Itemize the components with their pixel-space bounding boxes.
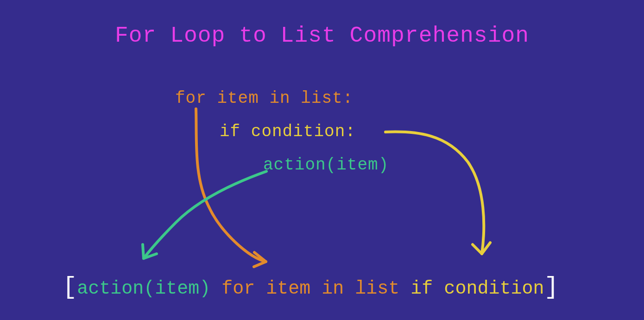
action-line: action(item) bbox=[263, 156, 389, 175]
list-comprehension-expression: [action(item) for item in list if condit… bbox=[63, 275, 559, 302]
comp-action: action(item) bbox=[77, 278, 210, 299]
if-condition-line: if condition: bbox=[220, 122, 356, 141]
arrow-action-icon bbox=[144, 171, 266, 258]
open-bracket: [ bbox=[63, 274, 77, 301]
comp-if-clause: if condition bbox=[410, 278, 544, 299]
arrow-for-head-icon bbox=[254, 252, 266, 267]
comp-for-clause: for item in list bbox=[221, 278, 399, 299]
diagram-title: For Loop to List Comprehension bbox=[0, 0, 644, 48]
arrow-if-head-icon bbox=[473, 243, 490, 254]
arrow-action-head-icon bbox=[143, 245, 157, 258]
for-loop-line: for item in list: bbox=[175, 89, 353, 108]
close-bracket: ] bbox=[544, 274, 558, 301]
arrow-if-icon bbox=[385, 132, 484, 254]
